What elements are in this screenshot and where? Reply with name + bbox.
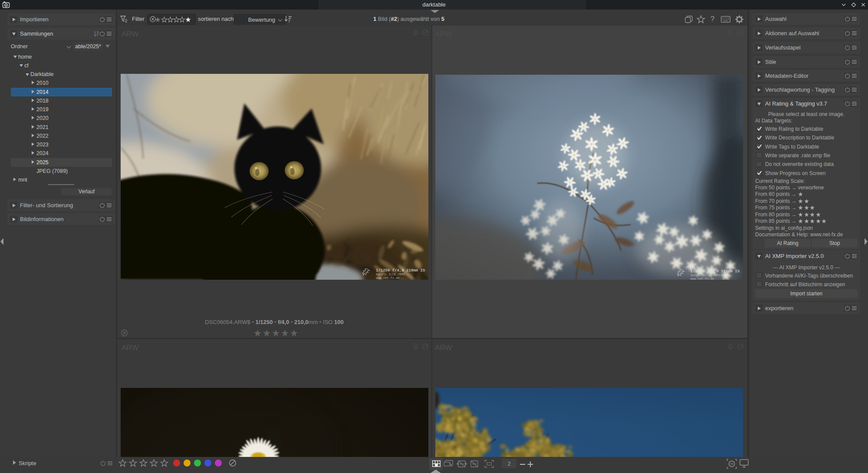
svg-text:www.net-fx.de: www.net-fx.de bbox=[690, 277, 714, 280]
svg-text:1/2000 f/4,0 210mm IS: 1/2000 f/4,0 210mm IS bbox=[690, 269, 740, 274]
svg-text:Sony · ILCE-7RM4: Sony · ILCE-7RM4 bbox=[376, 273, 405, 276]
svg-text:Sony · ILCE-7RM4: Sony · ILCE-7RM4 bbox=[690, 274, 720, 277]
svg-text:www.net-fx.de: www.net-fx.de bbox=[376, 276, 400, 280]
svg-text:XY: XY bbox=[472, 462, 477, 466]
svg-text:XY: XY bbox=[460, 462, 464, 466]
svg-text:1/1250 f/4,0 210mm IS: 1/1250 f/4,0 210mm IS bbox=[376, 268, 425, 273]
